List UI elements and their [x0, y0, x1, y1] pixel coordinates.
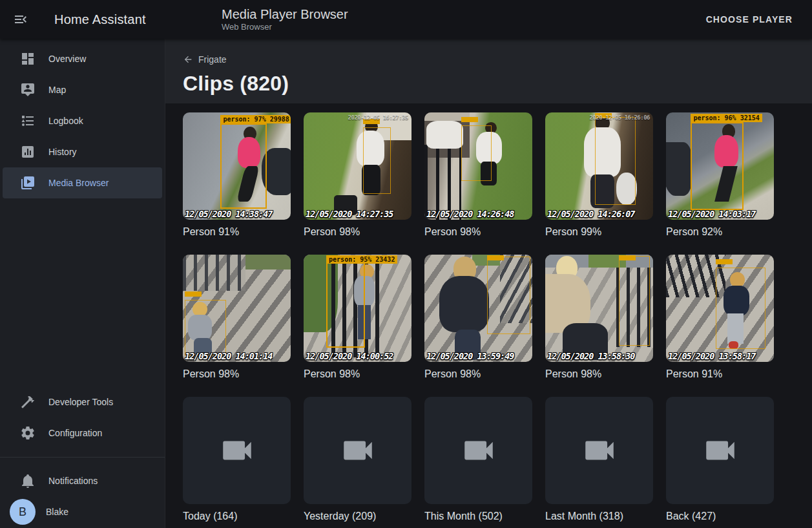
- clip-card[interactable]: 2020-12-05 16:27:35 12/05/2020 14:27:35 …: [304, 112, 411, 238]
- detection-box: [619, 256, 650, 346]
- chart-box-icon: [20, 144, 36, 160]
- tooltip-account-icon: [20, 82, 36, 98]
- video-camera-icon: [581, 432, 618, 469]
- sidebar-item-label: Configuration: [48, 428, 102, 438]
- clip-thumbnail[interactable]: 12/05/2020 13:59:49: [424, 255, 532, 362]
- clip-thumbnail[interactable]: person: 96% 32154 12/05/2020 14:03:17: [666, 112, 774, 220]
- sidebar-item-user[interactable]: B Blake: [3, 496, 162, 527]
- clip-caption: Person 98%: [304, 368, 411, 380]
- clip-thumbnail[interactable]: person: 97% 29988 12/05/2020 14:38:47: [183, 112, 291, 220]
- folder-thumbnail[interactable]: [304, 397, 411, 504]
- clip-caption: Person 92%: [666, 226, 774, 238]
- detection-label: [487, 255, 504, 260]
- detection-box: [461, 125, 492, 181]
- topbar-sidebar-section: Home Assistant: [0, 0, 165, 39]
- list-bulleted-icon: [20, 113, 36, 129]
- camera-timestamp: 12/05/2020 14:03:17: [668, 209, 755, 219]
- clip-card[interactable]: person: 96% 32154 12/05/2020 14:03:17 Pe…: [666, 112, 774, 238]
- folder-card[interactable]: Today (164): [183, 397, 291, 522]
- clip-thumbnail[interactable]: 12/05/2020 13:58:30: [545, 255, 653, 362]
- sidebar-nav-list: Overview Map Logbook History Media Brows…: [0, 39, 165, 198]
- folder-card[interactable]: Back (427): [666, 397, 774, 522]
- sidebar-item-configuration[interactable]: Configuration: [3, 417, 162, 449]
- folder-thumbnail[interactable]: [666, 397, 774, 504]
- camera-timestamp: 12/05/2020 13:58:30: [547, 351, 634, 361]
- clip-thumbnail[interactable]: person: 95% 23432 12/05/2020 14:00:52: [304, 255, 411, 362]
- sidebar-item-media-browser[interactable]: Media Browser: [3, 167, 162, 198]
- clip-card[interactable]: 12/05/2020 14:26:48 Person 98%: [424, 112, 532, 238]
- panel-title-block: Media Player Browser Web Browser: [222, 7, 348, 32]
- folder-card[interactable]: This Month (502): [424, 397, 532, 522]
- folder-caption: Last Month (318): [545, 510, 653, 522]
- detection-box: [691, 122, 744, 210]
- clip-card[interactable]: 12/05/2020 13:58:30 Person 98%: [545, 255, 653, 380]
- breadcrumb-back-link[interactable]: Frigate: [183, 54, 227, 65]
- clip-thumbnail[interactable]: 12/05/2020 14:01:14: [183, 255, 291, 362]
- detection-box: [220, 123, 267, 209]
- folder-caption: This Month (502): [424, 510, 532, 522]
- folder-thumbnail[interactable]: [545, 397, 653, 504]
- photo-shape: [666, 142, 692, 196]
- sidebar-item-developer-tools[interactable]: Developer Tools: [3, 386, 162, 417]
- video-camera-icon: [218, 432, 256, 469]
- sidebar-item-notifications[interactable]: Notifications: [3, 465, 162, 496]
- folder-thumbnail[interactable]: [183, 397, 291, 504]
- detection-box: [487, 257, 530, 334]
- camera-timestamp: 12/05/2020 14:26:07: [547, 209, 634, 219]
- detection-label: [716, 259, 733, 264]
- clip-card[interactable]: person: 95% 23432 12/05/2020 14:00:52 Pe…: [304, 255, 411, 380]
- clip-card[interactable]: 12/05/2020 13:59:49 Person 98%: [424, 255, 532, 380]
- camera-timestamp: 12/05/2020 14:38:47: [185, 209, 272, 219]
- camera-timestamp: 12/05/2020 14:00:52: [306, 351, 393, 361]
- clip-caption: Person 98%: [545, 368, 653, 380]
- camera-timestamp: 12/05/2020 14:26:48: [426, 209, 514, 219]
- folder-card[interactable]: Last Month (318): [545, 397, 653, 522]
- panel-title: Media Player Browser: [222, 7, 348, 22]
- user-name-label: Blake: [46, 507, 68, 517]
- dashboard-icon: [20, 51, 36, 67]
- sidebar-divider: [0, 457, 165, 458]
- clip-card[interactable]: 2020-12-05 16:26:06 12/05/2020 14:26:07 …: [545, 112, 653, 238]
- user-avatar: B: [10, 499, 36, 525]
- detection-label: [461, 117, 478, 122]
- photo-shape: [439, 276, 489, 332]
- detection-label: person: 95% 23432: [326, 255, 397, 264]
- clip-thumbnail[interactable]: 2020-12-05 16:26:06 12/05/2020 14:26:07: [545, 112, 653, 220]
- clip-caption: Person 98%: [183, 368, 291, 380]
- folder-card[interactable]: Yesterday (209): [304, 397, 411, 522]
- sidebar-item-label: History: [48, 147, 77, 157]
- camera-timestamp: 12/05/2020 14:01:14: [185, 351, 272, 361]
- clip-thumbnail[interactable]: 12/05/2020 13:58:17: [666, 255, 774, 362]
- sidebar-item-label: Map: [48, 85, 66, 95]
- sidebar-item-label: Media Browser: [48, 178, 109, 188]
- bell-icon: [20, 473, 36, 489]
- detection-label: person: 96% 32154: [691, 114, 762, 122]
- sidebar-item-label: Notifications: [48, 476, 98, 486]
- content-header: Frigate Clips (820): [165, 39, 812, 103]
- sidebar-item-history[interactable]: History: [3, 136, 162, 167]
- clip-caption: Person 98%: [424, 226, 532, 238]
- sidebar-item-label: Logbook: [48, 116, 83, 126]
- video-camera-icon: [702, 432, 739, 469]
- clip-card[interactable]: 12/05/2020 13:58:17 Person 91%: [666, 255, 774, 380]
- photo-shape: [245, 255, 291, 269]
- media-browser-body: person: 97% 29988 12/05/2020 14:38:47 Pe…: [165, 103, 812, 528]
- breadcrumb-label: Frigate: [198, 54, 227, 65]
- clip-caption: Person 98%: [304, 226, 411, 238]
- sidebar-toggle-button[interactable]: [13, 12, 28, 27]
- top-app-bar: Home Assistant Media Player Browser Web …: [0, 0, 812, 39]
- sidebar-item-overview[interactable]: Overview: [3, 43, 162, 74]
- clip-card[interactable]: person: 97% 29988 12/05/2020 14:38:47 Pe…: [183, 112, 291, 238]
- choose-player-button[interactable]: CHOOSE PLAYER: [701, 9, 798, 30]
- clip-thumbnail[interactable]: 12/05/2020 14:26:48: [424, 112, 532, 220]
- clip-card[interactable]: 12/05/2020 14:01:14 Person 98%: [183, 255, 291, 380]
- play-box-multiple-icon: [20, 175, 36, 191]
- sidebar-item-map[interactable]: Map: [3, 74, 162, 105]
- camera-timestamp: 12/05/2020 14:27:35: [306, 209, 393, 219]
- clip-thumbnail[interactable]: 2020-12-05 16:27:35 12/05/2020 14:27:35: [304, 112, 411, 220]
- video-camera-icon: [339, 432, 377, 469]
- sidebar-item-logbook[interactable]: Logbook: [3, 105, 162, 136]
- folder-thumbnail[interactable]: [424, 397, 532, 504]
- detection-label: [185, 291, 202, 297]
- detection-box: [185, 300, 225, 355]
